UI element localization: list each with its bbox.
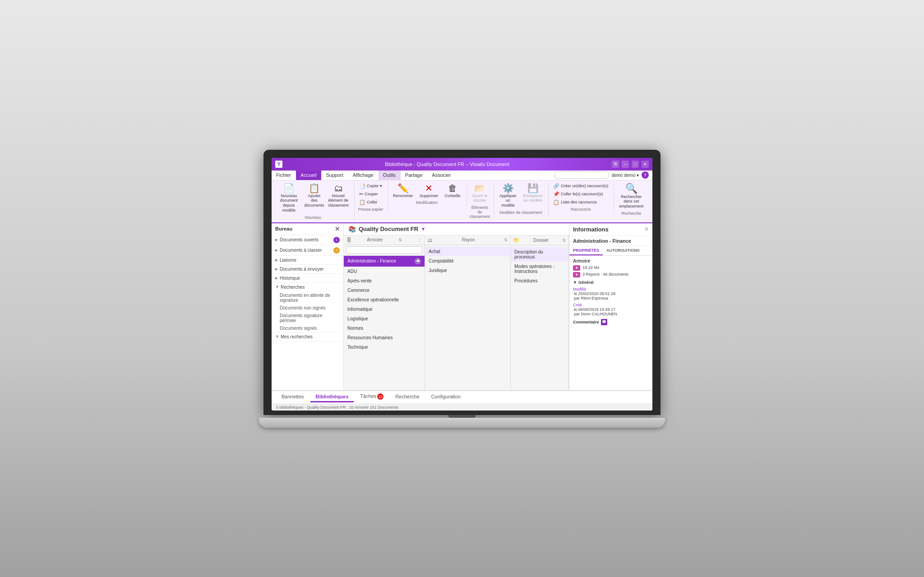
armoire-item-technique[interactable]: Technique — [344, 342, 425, 352]
sidebar-section-liaisons: ▶ Liaisons — [272, 256, 343, 265]
rayon-item-comptabilite[interactable]: Comptabilité — [425, 256, 510, 266]
sidebar-sub-attente-signature[interactable]: Documents en attente de signature — [272, 291, 343, 304]
sidebar-group-recherches[interactable]: ▼ Recherches — [272, 283, 343, 291]
help-btn[interactable]: ? — [642, 171, 649, 179]
armoire-item-adu[interactable]: ADU — [344, 267, 425, 276]
minimize-btn[interactable]: ─ — [622, 161, 629, 168]
armoire-item-commerce[interactable]: Commerce — [344, 286, 425, 295]
dossier-sort-btn[interactable]: ⇅ — [562, 238, 566, 243]
ribbon-btn-coller-raccourci[interactable]: 📌 Coller le(s) raccourci(s) — [551, 190, 610, 198]
close-btn[interactable]: ✕ — [642, 161, 649, 168]
menu-partage[interactable]: Partage — [401, 171, 428, 180]
sidebar-item-liaisons[interactable]: ▶ Liaisons — [272, 256, 343, 264]
dossier-col-icon: 📁 — [513, 237, 520, 243]
window-controls: ⧉ ─ □ ✕ — [612, 161, 649, 168]
ribbon-btn-copier[interactable]: 📑 Copier ▾ — [357, 182, 384, 190]
armoire-item-rh[interactable]: Ressources Humaines — [344, 333, 425, 342]
armoire-item-admin-finance[interactable]: Administration - Finance 💬 — [344, 256, 425, 267]
tab-recherche[interactable]: Recherche — [390, 392, 425, 402]
armoire-column: 🗄 Armoire ⇅ ⋮ Admin — [344, 235, 425, 390]
armoire-item-excellence[interactable]: Excellence opérationnelle — [344, 295, 425, 305]
tab-taches[interactable]: Tâches12 — [355, 392, 389, 403]
armoire-sort-btn[interactable]: ⇅ — [398, 237, 402, 242]
sidebar-close-btn[interactable]: ✕ — [335, 226, 340, 232]
restore-btn[interactable]: ⧉ — [612, 161, 619, 168]
armoire-options-btn[interactable]: ⋮ — [417, 237, 422, 242]
ribbon-btn-creer-raccourci[interactable]: 🔗 Créer un(des) raccourci(s) — [551, 182, 610, 190]
rayon-col-header: 🗂 Rayon ⇅ — [425, 235, 510, 245]
ribbon-btn-nouvel-element[interactable]: 🗂 Nouvel élément de classement — [326, 182, 351, 209]
ribbon-btn-liste-raccourcis[interactable]: 📋 Liste des raccourcis — [551, 198, 610, 206]
info-panel-close-btn[interactable]: ✕ — [644, 226, 649, 232]
dossier-item-procedures[interactable]: Procédures — [511, 276, 568, 286]
ribbon-group-raccourcis: 🔗 Créer un(des) raccourci(s) 📌 Coller le… — [551, 182, 614, 212]
armoire-col-icon: 🗄 — [346, 237, 351, 243]
sidebar-item-docs-ouverts[interactable]: ▶ Documents ouverts 1 — [272, 235, 343, 245]
dossier-item-modes-operatoires[interactable]: Modes opératoires - Instructions — [511, 262, 568, 276]
ribbon-btn-coller[interactable]: 📋 Coller — [357, 198, 384, 206]
ribbon-group-modification: ✏️ Renommer ✕ Supprimer 🗑 Corbeille — [391, 182, 467, 206]
sidebar-item-docs-classer[interactable]: ▶ Documents à classer 2 — [272, 245, 343, 255]
ribbon-btn-nouveau-doc[interactable]: 📄 Nouveau document depuis modèle — [275, 182, 303, 214]
sidebar-sub-non-signes[interactable]: Documents non signés — [272, 304, 343, 312]
info-size-val: 18,19 Mo — [582, 265, 600, 270]
sidebar-item-historique[interactable]: ▶ Historique — [272, 274, 343, 282]
rayon-sort-btn[interactable]: ⇅ — [504, 237, 508, 242]
info-created-date: le 06/06/2019 10:49:17 — [574, 307, 649, 312]
sidebar-group-mes-recherches[interactable]: ▼ Mes recherches — [272, 332, 343, 341]
rayons-icon: ■ — [573, 272, 580, 277]
menu-outils[interactable]: Outils — [379, 171, 401, 180]
tab-bannettes[interactable]: Bannettes — [276, 392, 310, 402]
ribbon-btn-renommer[interactable]: ✏️ Renommer — [391, 182, 416, 200]
search-icon: 🔍 — [625, 184, 638, 194]
ribbon-btn-rechercher[interactable]: 🔍 Rechercher dans cet emplacement — [617, 182, 646, 210]
sidebar-sub-signes[interactable]: Documents signés — [272, 324, 343, 332]
armoire-item-informatique[interactable]: Informatique — [344, 305, 425, 314]
workspace-title: Quality Document FR — [359, 226, 418, 232]
tab-proprietes[interactable]: PROPRIÉTÉS — [569, 246, 603, 255]
item-badge: 💬 — [415, 258, 421, 264]
ribbon-btn-appliquer-modele[interactable]: ⚙️ Appliquer un modèle — [497, 182, 519, 209]
rayon-list: Achat Comptabilité Juridique — [425, 245, 510, 390]
arrow-icon: ▶ — [275, 276, 278, 280]
info-comment-row: Commentaire 💬 — [573, 319, 649, 325]
sidebar-item-envoyer[interactable]: ▶ Documents à envoyer — [272, 265, 343, 273]
apply-model-icon: ⚙️ — [503, 184, 514, 193]
rayon-col-icon: 🗂 — [428, 237, 433, 243]
ribbon-btn-couper[interactable]: ✂ Couper — [357, 190, 384, 198]
dossier-item-description[interactable]: Description du processus — [511, 247, 568, 262]
menu-associer[interactable]: Associer — [427, 171, 456, 180]
maximize-btn[interactable]: □ — [632, 161, 639, 168]
ribbon-group-nouveau: 📄 Nouveau document depuis modèle 📋 Ajout… — [275, 182, 355, 221]
delete-icon: ✕ — [425, 184, 433, 193]
laptop-base — [259, 418, 665, 428]
armoire-item-apres-vente[interactable]: Après-vente — [344, 276, 425, 286]
ribbon-btn-corbeille[interactable]: 🗑 Corbeille — [442, 182, 463, 200]
sidebar-section-recherches: ▼ Recherches Documents en attente de sig… — [272, 283, 343, 332]
sidebar-header: Bureau ✕ — [272, 223, 343, 235]
sidebar-sub-signature-perimee[interactable]: Documents signature périmée — [272, 312, 343, 324]
workspace-title-dropdown[interactable]: ▼ — [421, 226, 425, 231]
ribbon-btn-ajouter[interactable]: 📋 Ajouter des documents — [305, 182, 324, 209]
ribbon-btn-ouvrir-dossier[interactable]: 📂 Ouvrir le dossier — [470, 182, 490, 205]
armoire-search-input[interactable] — [346, 246, 422, 254]
menu-fichier[interactable]: Fichier — [272, 171, 296, 180]
menu-accueil[interactable]: Accueil — [296, 171, 321, 180]
tab-autorisations[interactable]: AUTORISATIONS — [603, 246, 643, 255]
menu-search-input[interactable] — [554, 171, 609, 179]
title-bar: V Bibliothèque - Quality Document FR – V… — [272, 158, 652, 171]
menu-affichage[interactable]: Affichage — [348, 171, 379, 180]
info-modified-field: Modifié le 25/02/2020 09:51:29 par Rémi … — [573, 286, 649, 300]
rayon-item-achat[interactable]: Achat — [425, 247, 510, 256]
armoire-item-logistique[interactable]: Logistique — [344, 314, 425, 323]
rayon-item-juridique[interactable]: Juridique — [425, 266, 510, 275]
menu-support[interactable]: Support — [321, 171, 348, 180]
sidebar-title: Bureau — [275, 226, 292, 231]
menu-user[interactable]: demo demo ▾ — [611, 173, 639, 178]
tab-configuration[interactable]: Configuration — [426, 392, 466, 402]
ribbon-btn-enregistrer-modele[interactable]: 💾 Enregistrer un modèle — [521, 182, 545, 205]
arrow-icon: ▶ — [275, 258, 278, 262]
armoire-item-normes[interactable]: Normes — [344, 323, 425, 333]
ribbon-btn-supprimer[interactable]: ✕ Supprimer — [417, 182, 441, 200]
tab-bibliotheques[interactable]: Bibliothèques — [310, 392, 354, 402]
